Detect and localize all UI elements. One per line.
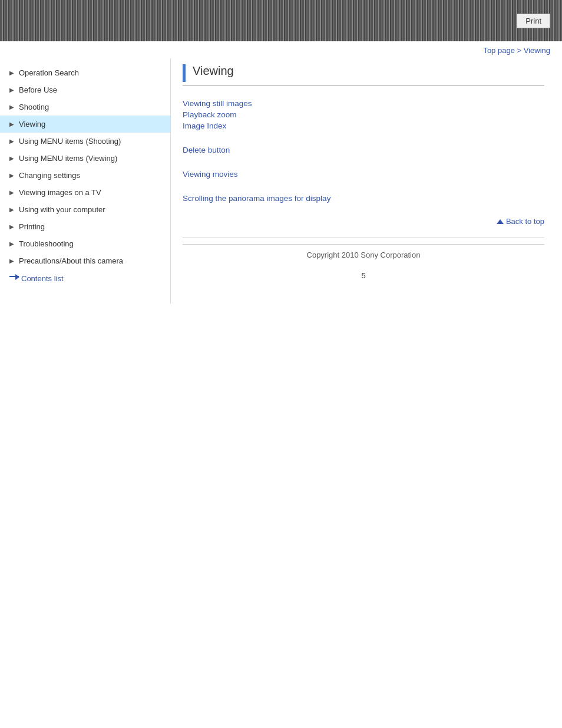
content-links-still: Viewing still images Playback zoom Image… <box>183 98 544 131</box>
content-links-panorama: Scrolling the panorama images for displa… <box>183 193 544 204</box>
sidebar-label: Changing settings <box>19 171 80 180</box>
contents-list-label: Contents list <box>21 274 64 283</box>
sidebar-label: Shooting <box>19 103 49 111</box>
sidebar-label: Viewing <box>19 120 45 129</box>
arrow-icon: ▶ <box>9 189 14 196</box>
sidebar-item-troubleshooting[interactable]: ▶ Troubleshooting <box>0 235 170 252</box>
content-section-panorama: Scrolling the panorama images for displa… <box>183 193 544 204</box>
header-bar: Print <box>0 0 562 41</box>
breadcrumb-top-link[interactable]: Top page <box>483 46 515 55</box>
sidebar-item-printing[interactable]: ▶ Printing <box>0 218 170 235</box>
sidebar-label: Troubleshooting <box>19 239 74 248</box>
content-section-delete: Delete button <box>183 144 544 156</box>
page-title: Viewing <box>193 64 234 82</box>
breadcrumb-current: Viewing <box>524 46 550 55</box>
sidebar-label: Using MENU items (Shooting) <box>19 137 121 146</box>
back-to-top-label: Back to top <box>506 217 544 226</box>
sidebar-label: Using with your computer <box>19 205 105 214</box>
page-number: 5 <box>183 259 544 286</box>
sidebar-item-operation-search[interactable]: ▶ Operation Search <box>0 64 170 81</box>
sidebar-label: Precautions/About this camera <box>19 256 123 265</box>
page-title-bar: Viewing <box>183 64 544 86</box>
arrow-icon: ▶ <box>9 258 14 264</box>
sidebar-item-changing-settings[interactable]: ▶ Changing settings <box>0 167 170 184</box>
sidebar-label: Printing <box>19 222 45 231</box>
link-image-index[interactable]: Image Index <box>183 120 544 131</box>
sidebar-item-using-computer[interactable]: ▶ Using with your computer <box>0 201 170 218</box>
breadcrumb-separator: > <box>515 46 524 55</box>
sidebar-label: Using MENU items (Viewing) <box>19 154 117 163</box>
content-section-still-images: Viewing still images Playback zoom Image… <box>183 98 544 131</box>
triangle-up-icon <box>497 219 504 224</box>
back-to-top-area: Back to top <box>183 217 544 226</box>
sidebar-item-before-use[interactable]: ▶ Before Use <box>0 81 170 98</box>
breadcrumb: Top page > Viewing <box>0 41 562 58</box>
back-to-top-link[interactable]: Back to top <box>497 217 544 226</box>
arrow-icon: ▶ <box>9 138 14 144</box>
link-playback-zoom[interactable]: Playback zoom <box>183 109 544 120</box>
sidebar-item-precautions[interactable]: ▶ Precautions/About this camera <box>0 252 170 269</box>
link-viewing-still-images[interactable]: Viewing still images <box>183 98 544 109</box>
content-section-movies: Viewing movies <box>183 169 544 180</box>
content-divider <box>183 238 544 238</box>
sidebar-item-using-menu-viewing[interactable]: ▶ Using MENU items (Viewing) <box>0 150 170 167</box>
content-links-movies: Viewing movies <box>183 169 544 180</box>
sidebar: ▶ Operation Search ▶ Before Use ▶ Shooti… <box>0 58 171 304</box>
arrow-icon: ▶ <box>9 70 14 76</box>
link-scrolling-panorama[interactable]: Scrolling the panorama images for displa… <box>183 193 544 204</box>
arrow-icon: ▶ <box>9 206 14 213</box>
sidebar-item-viewing[interactable]: ▶ Viewing <box>0 116 170 133</box>
contents-list-link[interactable]: Contents list <box>0 269 170 288</box>
link-viewing-movies[interactable]: Viewing movies <box>183 169 544 180</box>
arrow-icon: ▶ <box>9 223 14 230</box>
sidebar-label: Before Use <box>19 85 57 94</box>
arrow-icon: ▶ <box>9 87 14 93</box>
main-layout: ▶ Operation Search ▶ Before Use ▶ Shooti… <box>0 58 562 304</box>
copyright: Copyright 2010 Sony Corporation <box>183 244 544 259</box>
arrow-icon: ▶ <box>9 155 14 162</box>
arrow-icon: ▶ <box>9 172 14 179</box>
sidebar-item-viewing-on-tv[interactable]: ▶ Viewing images on a TV <box>0 184 170 201</box>
sidebar-item-using-menu-shooting[interactable]: ▶ Using MENU items (Shooting) <box>0 133 170 150</box>
link-delete-button[interactable]: Delete button <box>183 144 544 156</box>
sidebar-label: Operation Search <box>19 68 79 77</box>
sidebar-item-shooting[interactable]: ▶ Shooting <box>0 98 170 116</box>
print-button[interactable]: Print <box>517 14 550 28</box>
sidebar-label: Viewing images on a TV <box>19 188 101 197</box>
arrow-icon: ▶ <box>9 241 14 247</box>
arrow-icon: ▶ <box>9 121 14 127</box>
content-area: Viewing Viewing still images Playback zo… <box>171 58 562 304</box>
content-links-delete: Delete button <box>183 144 544 156</box>
arrow-icon: ▶ <box>9 104 14 110</box>
arrow-right-icon <box>9 276 19 282</box>
title-accent <box>183 64 186 82</box>
